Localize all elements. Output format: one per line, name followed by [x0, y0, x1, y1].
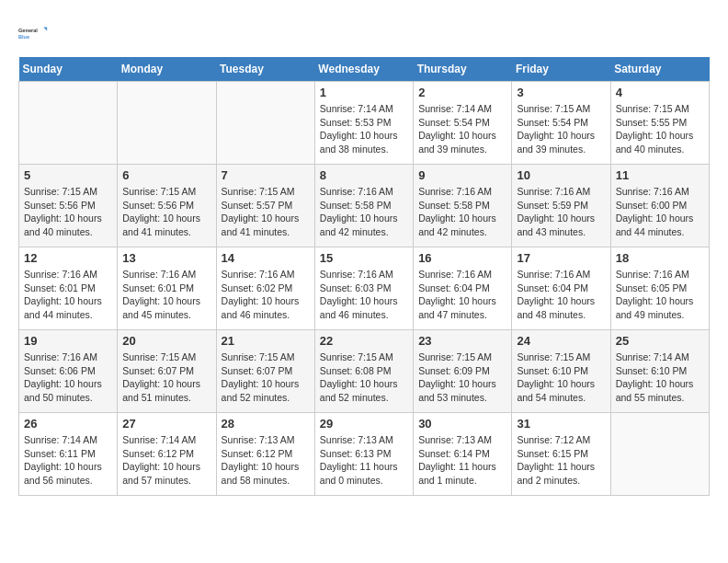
cell-w3-d5: 16Sunrise: 7:16 AM Sunset: 6:04 PM Dayli…: [414, 247, 512, 330]
day-number: 31: [517, 417, 605, 431]
cell-w2-d3: 7Sunrise: 7:15 AM Sunset: 5:57 PM Daylig…: [216, 165, 314, 247]
day-number: 15: [320, 251, 408, 265]
day-info: Sunrise: 7:14 AM Sunset: 5:53 PM Dayligh…: [320, 102, 408, 156]
col-friday: Friday: [512, 57, 610, 82]
day-number: 22: [320, 334, 408, 348]
day-number: 11: [616, 168, 704, 182]
day-info: Sunrise: 7:15 AM Sunset: 6:10 PM Dayligh…: [517, 350, 605, 405]
day-info: Sunrise: 7:16 AM Sunset: 6:06 PM Dayligh…: [24, 350, 112, 405]
day-info: Sunrise: 7:14 AM Sunset: 6:11 PM Dayligh…: [24, 433, 112, 488]
day-info: Sunrise: 7:16 AM Sunset: 5:59 PM Dayligh…: [517, 185, 605, 239]
day-info: Sunrise: 7:15 AM Sunset: 5:54 PM Dayligh…: [517, 102, 605, 156]
day-number: 23: [418, 334, 506, 348]
day-info: Sunrise: 7:15 AM Sunset: 6:09 PM Dayligh…: [418, 350, 506, 405]
day-number: 4: [616, 86, 704, 99]
day-info: Sunrise: 7:15 AM Sunset: 6:08 PM Dayligh…: [320, 350, 408, 405]
cell-w5-d1: 26Sunrise: 7:14 AM Sunset: 6:11 PM Dayli…: [19, 413, 118, 496]
day-info: Sunrise: 7:12 AM Sunset: 6:15 PM Dayligh…: [517, 433, 605, 488]
day-number: 28: [222, 417, 310, 431]
cell-w5-d6: 31Sunrise: 7:12 AM Sunset: 6:15 PM Dayli…: [512, 413, 610, 496]
day-number: 14: [222, 251, 310, 265]
cell-w3-d3: 14Sunrise: 7:16 AM Sunset: 6:02 PM Dayli…: [216, 247, 314, 330]
svg-marker-2: [43, 28, 47, 31]
day-number: 17: [517, 251, 605, 265]
day-number: 24: [517, 334, 605, 348]
day-info: Sunrise: 7:15 AM Sunset: 5:55 PM Dayligh…: [616, 102, 704, 156]
calendar-table: Sunday Monday Tuesday Wednesday Thursday…: [18, 57, 710, 496]
col-tuesday: Tuesday: [216, 57, 314, 82]
day-number: 8: [320, 168, 408, 182]
cell-w3-d6: 17Sunrise: 7:16 AM Sunset: 6:04 PM Dayli…: [512, 247, 610, 330]
day-number: 26: [24, 417, 112, 431]
day-number: 13: [122, 251, 210, 265]
cell-w5-d2: 27Sunrise: 7:14 AM Sunset: 6:12 PM Dayli…: [118, 413, 216, 496]
cell-w4-d4: 22Sunrise: 7:15 AM Sunset: 6:08 PM Dayli…: [314, 330, 413, 413]
week-row-5: 26Sunrise: 7:14 AM Sunset: 6:11 PM Dayli…: [19, 413, 710, 496]
col-thursday: Thursday: [414, 57, 512, 82]
cell-w4-d7: 25Sunrise: 7:14 AM Sunset: 6:10 PM Dayli…: [610, 330, 709, 413]
cell-w1-d1: [19, 82, 118, 165]
day-number: 16: [418, 251, 506, 265]
day-info: Sunrise: 7:16 AM Sunset: 6:01 PM Dayligh…: [24, 268, 112, 322]
cell-w1-d7: 4Sunrise: 7:15 AM Sunset: 5:55 PM Daylig…: [610, 82, 709, 165]
col-monday: Monday: [118, 57, 216, 82]
cell-w4-d3: 21Sunrise: 7:15 AM Sunset: 6:07 PM Dayli…: [216, 330, 314, 413]
day-number: 19: [24, 334, 112, 348]
day-info: Sunrise: 7:15 AM Sunset: 5:56 PM Dayligh…: [122, 185, 210, 239]
logo-icon: General Blue: [18, 18, 48, 48]
cell-w4-d5: 23Sunrise: 7:15 AM Sunset: 6:09 PM Dayli…: [414, 330, 512, 413]
week-row-1: 1Sunrise: 7:14 AM Sunset: 5:53 PM Daylig…: [19, 82, 710, 165]
day-info: Sunrise: 7:13 AM Sunset: 6:13 PM Dayligh…: [320, 433, 408, 488]
cell-w5-d3: 28Sunrise: 7:13 AM Sunset: 6:12 PM Dayli…: [216, 413, 314, 496]
cell-w5-d5: 30Sunrise: 7:13 AM Sunset: 6:14 PM Dayli…: [414, 413, 512, 496]
cell-w5-d7: [610, 413, 709, 496]
day-info: Sunrise: 7:16 AM Sunset: 6:04 PM Dayligh…: [418, 268, 506, 322]
week-row-4: 19Sunrise: 7:16 AM Sunset: 6:06 PM Dayli…: [19, 330, 710, 413]
day-info: Sunrise: 7:14 AM Sunset: 6:12 PM Dayligh…: [122, 433, 210, 488]
cell-w1-d3: [216, 82, 314, 165]
cell-w3-d2: 13Sunrise: 7:16 AM Sunset: 6:01 PM Dayli…: [118, 247, 216, 330]
day-number: 5: [24, 168, 112, 182]
day-number: 25: [616, 334, 704, 348]
day-info: Sunrise: 7:15 AM Sunset: 6:07 PM Dayligh…: [122, 350, 210, 405]
day-info: Sunrise: 7:16 AM Sunset: 6:00 PM Dayligh…: [616, 185, 704, 239]
cell-w3-d7: 18Sunrise: 7:16 AM Sunset: 6:05 PM Dayli…: [610, 247, 709, 330]
day-number: 10: [517, 168, 605, 182]
day-info: Sunrise: 7:13 AM Sunset: 6:12 PM Dayligh…: [222, 433, 310, 488]
day-info: Sunrise: 7:14 AM Sunset: 6:10 PM Dayligh…: [616, 350, 704, 405]
cell-w4-d1: 19Sunrise: 7:16 AM Sunset: 6:06 PM Dayli…: [19, 330, 118, 413]
col-saturday: Saturday: [610, 57, 709, 82]
day-number: 7: [222, 168, 310, 182]
day-info: Sunrise: 7:16 AM Sunset: 5:58 PM Dayligh…: [418, 185, 506, 239]
day-info: Sunrise: 7:15 AM Sunset: 5:56 PM Dayligh…: [24, 185, 112, 239]
day-info: Sunrise: 7:16 AM Sunset: 6:04 PM Dayligh…: [517, 268, 605, 322]
day-number: 29: [320, 417, 408, 431]
cell-w1-d2: [118, 82, 216, 165]
day-number: 9: [418, 168, 506, 182]
page-header: General Blue: [18, 18, 710, 48]
day-info: Sunrise: 7:16 AM Sunset: 6:02 PM Dayligh…: [222, 268, 310, 322]
day-info: Sunrise: 7:16 AM Sunset: 6:01 PM Dayligh…: [122, 268, 210, 322]
day-number: 1: [320, 86, 408, 99]
day-info: Sunrise: 7:16 AM Sunset: 5:58 PM Dayligh…: [320, 185, 408, 239]
day-info: Sunrise: 7:16 AM Sunset: 6:05 PM Dayligh…: [616, 268, 704, 322]
cell-w2-d1: 5Sunrise: 7:15 AM Sunset: 5:56 PM Daylig…: [19, 165, 118, 247]
day-number: 18: [616, 251, 704, 265]
cell-w2-d6: 10Sunrise: 7:16 AM Sunset: 5:59 PM Dayli…: [512, 165, 610, 247]
week-row-2: 5Sunrise: 7:15 AM Sunset: 5:56 PM Daylig…: [19, 165, 710, 247]
day-number: 21: [222, 334, 310, 348]
cell-w4-d2: 20Sunrise: 7:15 AM Sunset: 6:07 PM Dayli…: [118, 330, 216, 413]
cell-w1-d5: 2Sunrise: 7:14 AM Sunset: 5:54 PM Daylig…: [414, 82, 512, 165]
day-info: Sunrise: 7:13 AM Sunset: 6:14 PM Dayligh…: [418, 433, 506, 488]
day-info: Sunrise: 7:16 AM Sunset: 6:03 PM Dayligh…: [320, 268, 408, 322]
header-row: Sunday Monday Tuesday Wednesday Thursday…: [19, 57, 710, 82]
cell-w3-d1: 12Sunrise: 7:16 AM Sunset: 6:01 PM Dayli…: [19, 247, 118, 330]
cell-w2-d7: 11Sunrise: 7:16 AM Sunset: 6:00 PM Dayli…: [610, 165, 709, 247]
cell-w1-d6: 3Sunrise: 7:15 AM Sunset: 5:54 PM Daylig…: [512, 82, 610, 165]
cell-w3-d4: 15Sunrise: 7:16 AM Sunset: 6:03 PM Dayli…: [314, 247, 413, 330]
day-number: 30: [418, 417, 506, 431]
cell-w5-d4: 29Sunrise: 7:13 AM Sunset: 6:13 PM Dayli…: [314, 413, 413, 496]
day-number: 20: [122, 334, 210, 348]
day-number: 12: [24, 251, 112, 265]
day-number: 27: [122, 417, 210, 431]
